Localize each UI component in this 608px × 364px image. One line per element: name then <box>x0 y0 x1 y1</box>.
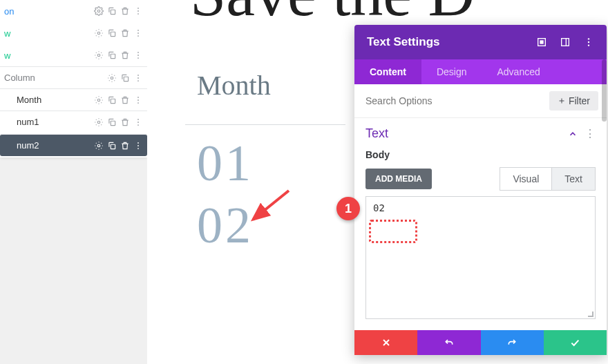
section-header[interactable]: Text ⋮ <box>354 118 607 145</box>
duplicate-icon[interactable] <box>107 141 117 151</box>
svg-point-2 <box>137 8 139 9</box>
svg-point-8 <box>137 32 139 34</box>
duplicate-icon[interactable] <box>107 95 117 105</box>
svg-point-25 <box>97 121 100 124</box>
svg-point-29 <box>137 124 139 126</box>
svg-point-10 <box>97 54 100 57</box>
discard-button[interactable] <box>354 330 417 355</box>
annotation-arrow-icon <box>246 185 294 227</box>
more-icon[interactable] <box>133 141 143 151</box>
svg-rect-26 <box>111 121 115 125</box>
layer-label: num2 <box>17 140 94 151</box>
layer-item-section[interactable]: on <box>0 0 147 22</box>
svg-rect-36 <box>540 41 543 44</box>
svg-point-27 <box>137 118 139 119</box>
more-icon[interactable] <box>133 95 143 105</box>
svg-rect-21 <box>111 99 115 103</box>
gear-icon[interactable] <box>94 95 104 105</box>
svg-rect-11 <box>111 54 115 58</box>
svg-point-4 <box>137 13 139 15</box>
body-textarea[interactable] <box>366 197 595 318</box>
svg-point-32 <box>137 142 139 143</box>
more-icon[interactable] <box>133 50 143 60</box>
svg-point-39 <box>588 38 589 39</box>
save-button[interactable] <box>544 330 607 355</box>
layer-item-module-month[interactable]: Month <box>0 88 147 111</box>
duplicate-icon[interactable] <box>107 117 117 127</box>
more-icon[interactable] <box>133 28 143 38</box>
scrollbar[interactable] <box>602 59 607 122</box>
svg-point-9 <box>137 35 139 37</box>
plus-icon <box>558 97 566 105</box>
layer-label: Column <box>4 73 107 83</box>
svg-point-33 <box>137 145 139 146</box>
trash-icon[interactable] <box>120 50 130 60</box>
body-textarea-wrap <box>365 196 596 319</box>
tab-content[interactable]: Content <box>354 59 421 84</box>
layers-panel: on w w Column M <box>0 0 147 157</box>
tab-advanced[interactable]: Advanced <box>482 59 555 84</box>
duplicate-icon[interactable] <box>107 50 117 60</box>
gear-icon[interactable] <box>107 73 117 83</box>
svg-point-7 <box>137 30 139 31</box>
svg-point-15 <box>111 77 113 79</box>
svg-point-30 <box>97 144 100 147</box>
panel-tabs: Content Design Advanced <box>354 59 607 84</box>
trash-icon[interactable] <box>120 141 130 151</box>
svg-point-13 <box>137 55 139 56</box>
gear-icon[interactable] <box>94 50 104 60</box>
more-icon[interactable] <box>133 73 143 83</box>
more-icon[interactable] <box>133 6 143 16</box>
svg-point-24 <box>137 102 139 104</box>
svg-point-19 <box>137 80 139 82</box>
duplicate-icon[interactable] <box>107 6 117 16</box>
trash-icon[interactable] <box>120 117 130 127</box>
gear-icon[interactable] <box>94 28 104 38</box>
layer-label: w <box>4 50 94 61</box>
panel-header[interactable]: Text Settings <box>354 25 607 59</box>
svg-point-17 <box>137 74 139 75</box>
layer-item-row[interactable]: w <box>0 22 147 44</box>
svg-point-34 <box>137 148 139 149</box>
duplicate-icon[interactable] <box>120 73 130 83</box>
layer-item-module-num2[interactable]: num2 <box>0 134 147 156</box>
mode-tab-text[interactable]: Text <box>551 167 596 191</box>
snap-icon[interactable] <box>560 37 571 48</box>
layer-item-module-num1[interactable]: num1 <box>0 111 147 133</box>
svg-rect-31 <box>111 144 115 149</box>
trash-icon[interactable] <box>120 6 130 16</box>
svg-rect-16 <box>124 77 128 81</box>
svg-point-3 <box>137 10 139 12</box>
layer-item-row[interactable]: w <box>0 44 147 66</box>
layer-item-column[interactable]: Column <box>0 66 147 88</box>
duplicate-icon[interactable] <box>107 28 117 38</box>
divider <box>185 124 345 125</box>
trash-icon[interactable] <box>120 95 130 105</box>
add-media-button[interactable]: ADD MEDIA <box>365 169 432 189</box>
filter-button[interactable]: Filter <box>549 91 598 111</box>
search-input[interactable] <box>363 91 544 111</box>
svg-point-0 <box>97 10 100 12</box>
layer-label: on <box>4 6 94 17</box>
panel-title: Text Settings <box>367 35 524 49</box>
tab-design[interactable]: Design <box>421 59 482 84</box>
svg-point-28 <box>137 122 139 123</box>
gear-icon[interactable] <box>94 117 104 127</box>
gear-icon[interactable] <box>94 6 104 16</box>
num2-value: 02 <box>197 196 254 255</box>
svg-point-12 <box>137 52 139 53</box>
mode-tab-visual[interactable]: Visual <box>500 167 551 191</box>
svg-point-20 <box>97 99 100 102</box>
more-icon[interactable]: ⋮ <box>585 127 596 140</box>
more-icon[interactable] <box>133 117 143 127</box>
undo-button[interactable] <box>417 330 480 355</box>
gear-icon[interactable] <box>94 141 104 151</box>
trash-icon[interactable] <box>120 28 130 38</box>
resize-handle[interactable] <box>587 310 593 317</box>
chevron-up-icon[interactable] <box>568 129 578 139</box>
redo-button[interactable] <box>481 330 544 355</box>
expand-icon[interactable] <box>536 37 547 48</box>
svg-rect-6 <box>111 32 115 36</box>
more-icon[interactable] <box>583 37 594 48</box>
svg-point-5 <box>97 32 100 35</box>
